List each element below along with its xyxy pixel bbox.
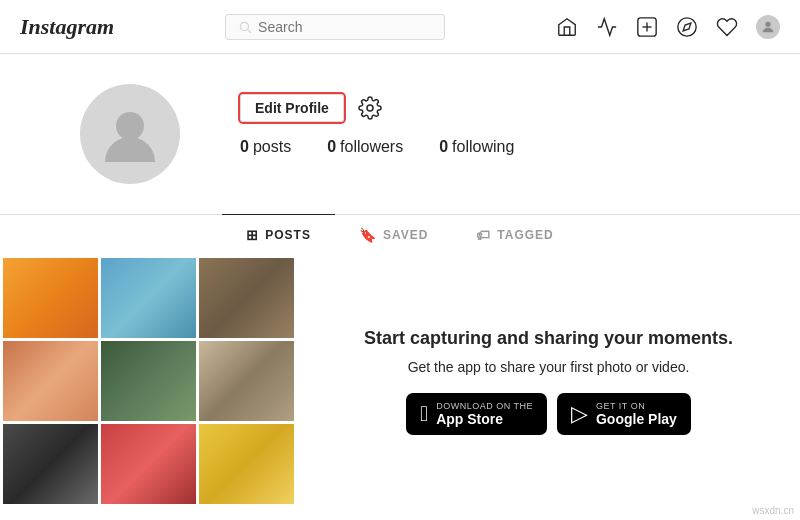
- top-navbar: Instagram: [0, 0, 800, 54]
- list-item[interactable]: [3, 258, 98, 338]
- posts-tab-label: POSTS: [265, 228, 311, 242]
- list-item[interactable]: [199, 341, 294, 421]
- list-item[interactable]: [199, 258, 294, 338]
- app-store-button[interactable]:  Download on the App Store: [406, 393, 547, 435]
- app-buttons-group:  Download on the App Store ▷ GET IT ON …: [406, 393, 691, 435]
- list-item[interactable]: [199, 424, 294, 504]
- home-icon[interactable]: [556, 16, 578, 38]
- edit-profile-button[interactable]: Edit Profile: [240, 94, 344, 122]
- google-play-small-label: GET IT ON: [596, 401, 677, 411]
- search-icon: [238, 20, 252, 34]
- promo-subtitle: Get the app to share your first photo or…: [408, 359, 690, 375]
- svg-point-9: [367, 105, 373, 111]
- svg-point-8: [116, 112, 144, 140]
- promo-panel: Start capturing and sharing your moments…: [297, 255, 800, 507]
- list-item[interactable]: [101, 258, 196, 338]
- promo-title: Start capturing and sharing your moments…: [364, 328, 733, 349]
- settings-gear-icon[interactable]: [358, 96, 382, 120]
- following-count: 0: [439, 138, 448, 156]
- svg-marker-6: [683, 23, 691, 31]
- google-play-button[interactable]: ▷ GET IT ON Google Play: [557, 393, 691, 435]
- profile-stats: 0 posts 0 followers 0 following: [240, 138, 514, 156]
- svg-point-7: [765, 21, 770, 26]
- watermark: wsxdn.cn: [752, 505, 794, 516]
- search-input[interactable]: [258, 19, 428, 35]
- app-store-small-label: Download on the: [436, 401, 533, 411]
- svg-line-1: [248, 29, 251, 32]
- profile-top-row: Edit Profile: [240, 94, 514, 122]
- content-tabs: ⊞ POSTS 🔖 SAVED 🏷 TAGGED: [0, 214, 800, 255]
- list-item[interactable]: [101, 424, 196, 504]
- explore-icon[interactable]: [676, 16, 698, 38]
- user-avatar-large: [80, 84, 180, 184]
- tab-saved[interactable]: 🔖 SAVED: [335, 214, 452, 255]
- saved-tab-label: SAVED: [383, 228, 428, 242]
- list-item[interactable]: [101, 341, 196, 421]
- user-avatar-small[interactable]: [756, 15, 780, 39]
- list-item[interactable]: [3, 341, 98, 421]
- list-item[interactable]: [3, 424, 98, 504]
- following-stat: 0 following: [439, 138, 514, 156]
- photo-grid: [0, 255, 297, 507]
- header-icons-group: [556, 15, 780, 39]
- instagram-logo: Instagram: [20, 14, 114, 40]
- google-play-icon: ▷: [571, 403, 588, 425]
- followers-stat: 0 followers: [327, 138, 403, 156]
- activity-icon[interactable]: [596, 16, 618, 38]
- followers-count: 0: [327, 138, 336, 156]
- posts-label: posts: [253, 138, 291, 156]
- tab-tagged[interactable]: 🏷 TAGGED: [452, 214, 577, 255]
- tab-posts[interactable]: ⊞ POSTS: [222, 214, 335, 255]
- posts-stat: 0 posts: [240, 138, 291, 156]
- search-bar[interactable]: [225, 14, 445, 40]
- tagged-tab-icon: 🏷: [476, 227, 491, 243]
- profile-info: Edit Profile 0 posts 0 followers 0 follo…: [240, 84, 514, 156]
- tagged-tab-label: TAGGED: [497, 228, 553, 242]
- svg-point-0: [240, 22, 248, 30]
- profile-section: Edit Profile 0 posts 0 followers 0 follo…: [0, 54, 800, 204]
- content-area: Start capturing and sharing your moments…: [0, 255, 800, 507]
- posts-tab-icon: ⊞: [246, 227, 259, 243]
- posts-count: 0: [240, 138, 249, 156]
- add-post-icon[interactable]: [636, 16, 658, 38]
- apple-icon: : [420, 403, 428, 425]
- google-play-large-label: Google Play: [596, 411, 677, 427]
- avatar-silhouette: [100, 104, 160, 164]
- svg-point-5: [678, 17, 696, 35]
- saved-tab-icon: 🔖: [359, 227, 377, 243]
- followers-label: followers: [340, 138, 403, 156]
- heart-icon[interactable]: [716, 16, 738, 38]
- app-store-large-label: App Store: [436, 411, 533, 427]
- following-label: following: [452, 138, 514, 156]
